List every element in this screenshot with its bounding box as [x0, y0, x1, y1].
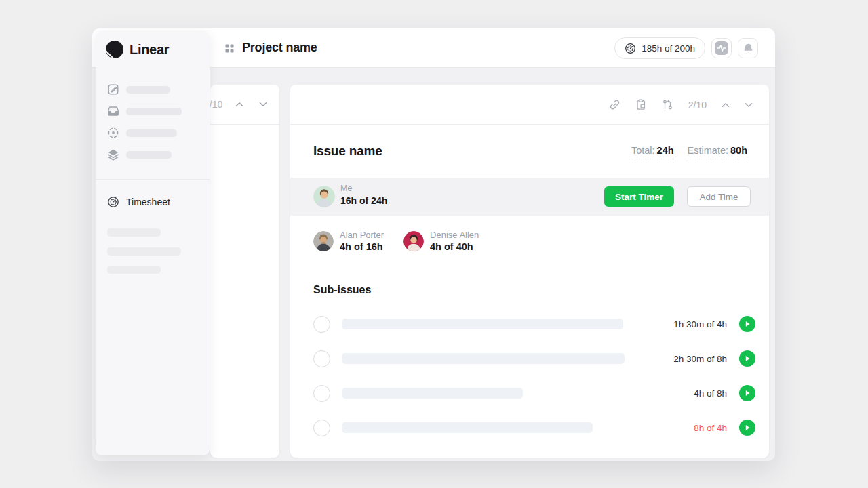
- logo-row: Linear: [105, 40, 169, 59]
- list-counter: 5/10: [210, 99, 222, 110]
- nav-label-skeleton: [126, 129, 177, 137]
- issue-card-header: 2/10: [290, 85, 769, 125]
- app-window: Project name 185h of 200h: [92, 28, 775, 461]
- collaborator: Alan Porter 4h of 16h: [313, 230, 384, 252]
- me-time: 16h of 24h: [340, 195, 387, 206]
- total-value: 24h: [657, 145, 674, 156]
- subissue-time: 2h 30m of 8h: [673, 354, 727, 364]
- inbox-icon: [107, 105, 119, 117]
- my-time-actions: Start Timer Add Time: [604, 186, 751, 207]
- link-icon[interactable]: [609, 99, 620, 110]
- subissue-checkbox[interactable]: [313, 350, 330, 367]
- layers-icon: [107, 148, 119, 161]
- sidebar-skeleton-bar: [107, 247, 181, 256]
- chevron-up-icon[interactable]: [722, 102, 730, 108]
- play-timer-button[interactable]: [739, 385, 755, 401]
- total-stat[interactable]: Total:24h: [631, 145, 674, 159]
- sidebar-item-timesheet[interactable]: Timesheet: [96, 192, 210, 211]
- estimate-stat[interactable]: Estimate:80h: [688, 145, 747, 159]
- issue-list-header: 5/10: [210, 85, 279, 125]
- nav-label-skeleton: [126, 108, 182, 115]
- issue-title-row: Issue name Total:24h Estimate:80h: [290, 125, 769, 178]
- subissue-checkbox[interactable]: [313, 316, 330, 333]
- sidebar-item-views[interactable]: [96, 146, 210, 163]
- subissue-title-skeleton: [342, 388, 523, 399]
- topbar-actions: 185h of 200h: [614, 37, 758, 59]
- linear-logo-icon: [105, 40, 124, 59]
- play-timer-button[interactable]: [739, 420, 755, 436]
- nav-label-skeleton: [126, 151, 172, 159]
- time-budget-badge[interactable]: 185h of 200h: [614, 37, 705, 59]
- sidebar-item-compose[interactable]: [96, 81, 210, 98]
- subissue-time: 4h of 8h: [694, 388, 727, 399]
- play-timer-button[interactable]: [739, 316, 755, 332]
- sidebar: Linear: [96, 31, 210, 455]
- nav-label-skeleton: [126, 86, 170, 94]
- subissue-row[interactable]: 4h of 8h: [313, 384, 755, 402]
- bell-icon: [743, 43, 754, 54]
- clipboard-icon[interactable]: [635, 99, 647, 110]
- collaborator: Denise Allen 4h of 40h: [403, 230, 479, 252]
- chevron-up-icon[interactable]: [235, 102, 243, 107]
- timesheet-label: Timesheet: [126, 197, 170, 207]
- activity-pulse-icon: [715, 41, 728, 55]
- page: Project name 185h of 200h: [0, 0, 868, 488]
- subissue-row[interactable]: 8h of 4h: [313, 419, 755, 436]
- sidebar-item-inbox[interactable]: [96, 103, 210, 119]
- start-timer-button[interactable]: Start Timer: [604, 186, 674, 207]
- subissues-heading: Sub-issues: [313, 284, 371, 296]
- subissue-checkbox[interactable]: [313, 385, 330, 402]
- focus-icon: [107, 127, 119, 139]
- issue-title: Issue name: [313, 144, 382, 159]
- collaborator-name: Alan Porter: [340, 230, 384, 240]
- subissue-time-overbudget: 8h of 4h: [694, 423, 727, 433]
- project-title: Project name: [242, 41, 317, 55]
- issue-counter: 2/10: [688, 100, 707, 110]
- timer-icon: [625, 43, 636, 54]
- sidebar-divider: [96, 179, 210, 180]
- issue-stats: Total:24h Estimate:80h: [631, 145, 747, 159]
- chevron-down-icon[interactable]: [259, 102, 267, 107]
- compose-icon: [107, 83, 119, 96]
- subissue-title-skeleton: [342, 422, 593, 433]
- collaborator-name: Denise Allen: [430, 230, 479, 240]
- collaborator-time: 4h of 40h: [430, 241, 479, 252]
- issue-detail-card: 2/10 Issue name Total:24h Estimate:80h: [290, 85, 769, 458]
- notifications-button[interactable]: [738, 38, 758, 58]
- play-timer-button[interactable]: [739, 350, 755, 367]
- collaborators-row: Alan Porter 4h of 16h Denise Allen 4h of…: [313, 230, 479, 252]
- estimate-value: 80h: [730, 145, 747, 156]
- avatar-alan-porter: [313, 231, 334, 251]
- subissue-time: 1h 30m of 4h: [673, 319, 727, 329]
- drag-handle-icon[interactable]: [225, 44, 234, 53]
- git-branch-icon[interactable]: [662, 99, 673, 110]
- sidebar-item-focus[interactable]: [96, 125, 210, 141]
- my-time-row: Me 16h of 24h Start Timer Add Time: [290, 178, 769, 216]
- issue-list-panel: 5/10: [210, 85, 279, 458]
- subissue-title-skeleton: [342, 319, 623, 329]
- avatar-denise-allen: [403, 231, 424, 251]
- subissue-title-skeleton: [342, 353, 625, 364]
- avatar-me: [313, 186, 335, 207]
- logo-wordmark: Linear: [130, 42, 169, 58]
- chevron-down-icon[interactable]: [745, 102, 753, 108]
- me-name: Me: [340, 184, 352, 193]
- estimate-label: Estimate:: [688, 145, 728, 156]
- timesheet-icon: [107, 196, 119, 208]
- sidebar-skeleton-bar: [107, 266, 161, 274]
- subissue-row[interactable]: 1h 30m of 4h: [313, 315, 755, 333]
- time-budget-label: 185h of 200h: [642, 43, 695, 54]
- subissue-checkbox[interactable]: [313, 420, 330, 436]
- add-time-button[interactable]: Add Time: [687, 186, 751, 207]
- collaborator-time: 4h of 16h: [340, 241, 384, 252]
- issue-header-tools: 2/10: [609, 85, 753, 125]
- total-label: Total:: [631, 145, 655, 156]
- activity-button[interactable]: [711, 38, 732, 58]
- sidebar-skeleton-bar: [107, 228, 161, 237]
- subissue-row[interactable]: 2h 30m of 8h: [313, 350, 755, 367]
